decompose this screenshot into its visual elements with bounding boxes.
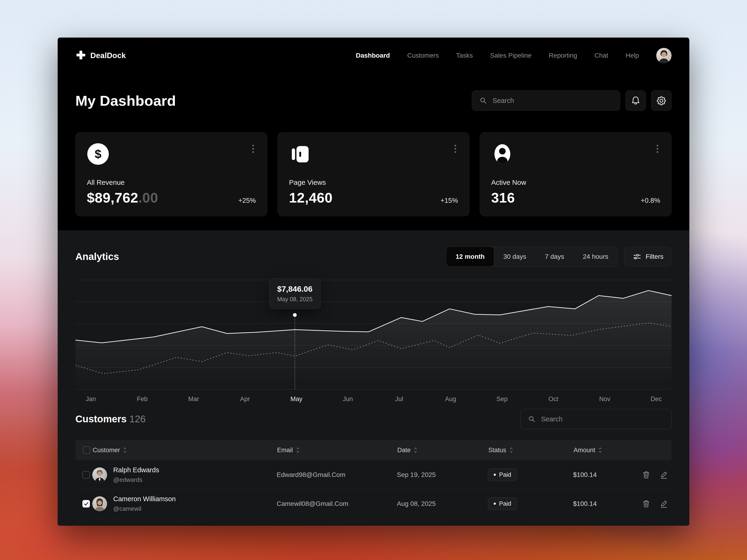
customer-amount: $100.14 [573, 471, 638, 479]
main-nav: Dashboard Customers Tasks Sales Pipeline… [356, 48, 672, 63]
settings-button[interactable] [651, 90, 672, 111]
line-chart[interactable] [75, 280, 672, 390]
lower-panel: Analytics 12 month 30 days 7 days 24 hou… [58, 230, 689, 526]
page-title: My Dashboard [75, 92, 176, 109]
card-menu-kebab-icon[interactable] [252, 148, 254, 150]
column-header-status[interactable]: Status [488, 447, 573, 454]
analytics-title: Analytics [75, 251, 119, 262]
table-row[interactable]: Ralph Edwards @edwards Edward98@Gmail.Co… [75, 460, 672, 489]
analytics-header: Analytics 12 month 30 days 7 days 24 hou… [75, 247, 672, 267]
x-tick-oct: Oct [548, 396, 558, 403]
row-checkbox[interactable] [82, 471, 90, 479]
customers-search [520, 409, 672, 429]
customer-email: Camewil08@Gmail.Com [277, 500, 397, 507]
chart-tooltip-dot [293, 313, 297, 317]
chart-tooltip-dashed-line [294, 318, 295, 390]
delete-icon[interactable] [642, 499, 651, 508]
tab-12-month[interactable]: 12 month [446, 247, 494, 266]
filters-label: Filters [646, 253, 664, 260]
stat-delta: +0.8% [641, 197, 660, 206]
svg-text:$: $ [95, 147, 102, 161]
tab-30-days[interactable]: 30 days [494, 247, 536, 266]
tab-7-days[interactable]: 7 days [536, 247, 573, 266]
search-icon [527, 415, 536, 424]
stat-card-page-views: Page Views 12,460 +15% [278, 132, 469, 216]
x-tick-jan: Jan [86, 396, 96, 403]
check-icon [84, 501, 88, 506]
analytics-chart[interactable]: $7,846.06 May 08, 2025 Jan Feb Mar Apr M… [75, 280, 672, 390]
edit-icon[interactable] [660, 471, 668, 479]
title-actions [472, 90, 672, 111]
card-menu-kebab-icon[interactable] [455, 148, 456, 150]
filters-button[interactable]: Filters [624, 247, 672, 266]
tab-24-hours[interactable]: 24 hours [573, 247, 618, 266]
stat-delta: +15% [440, 197, 458, 206]
nav-item-help[interactable]: Help [625, 52, 639, 59]
customer-date: Sep 19, 2025 [397, 471, 488, 479]
search-input[interactable] [493, 97, 614, 105]
tooltip-date: May 08, 2025 [277, 296, 313, 303]
stat-delta: +25% [238, 197, 256, 206]
stat-card-revenue: $ All Revenue $89,762.00 +25% [75, 132, 267, 216]
x-tick-nov: Nov [599, 396, 611, 403]
desktop-wallpaper: DealDock Dashboard Customers Tasks Sales… [0, 0, 747, 560]
row-checkbox[interactable] [82, 500, 90, 507]
table-row-partial[interactable] [75, 518, 672, 526]
filters-icon [632, 252, 642, 262]
sort-icon [123, 447, 127, 453]
nav-item-chat[interactable]: Chat [594, 52, 608, 59]
status-badge: Paid [488, 469, 517, 481]
table-header-row: Customer Email Date Status [75, 440, 672, 460]
customers-count: 126 [129, 414, 146, 424]
sort-icon [509, 447, 513, 453]
gear-icon [656, 96, 667, 106]
x-tick-dec: Dec [651, 396, 662, 403]
stat-value: $89,762.00 [87, 190, 158, 206]
customer-handle: @edwards [113, 476, 159, 483]
customer-name: Ralph Edwards [113, 466, 159, 474]
x-tick-jun: Jun [343, 396, 353, 403]
user-avatar-image [656, 48, 672, 63]
customers-search-input[interactable] [541, 415, 665, 423]
nav-item-sales-pipeline[interactable]: Sales Pipeline [490, 52, 531, 59]
customers-header: Customers 126 [75, 409, 672, 429]
x-tick-aug: Aug [445, 396, 456, 403]
column-header-date[interactable]: Date [397, 447, 488, 454]
top-navigation-bar: DealDock Dashboard Customers Tasks Sales… [58, 37, 689, 63]
page-views-icon [289, 143, 311, 165]
user-avatar[interactable] [656, 48, 672, 63]
customers-table: Customer Email Date Status [75, 440, 672, 526]
x-tick-feb: Feb [137, 396, 148, 403]
x-tick-sep: Sep [496, 396, 508, 403]
notifications-button[interactable] [625, 90, 646, 111]
column-header-amount[interactable]: Amount [573, 447, 639, 454]
user-icon [491, 143, 514, 165]
title-row: My Dashboard [58, 63, 689, 111]
nav-item-customers[interactable]: Customers [407, 52, 439, 59]
stat-label: Page Views [289, 179, 458, 186]
dollar-icon: $ [87, 143, 109, 165]
customers-title: Customers 126 [75, 414, 146, 425]
nav-item-reporting[interactable]: Reporting [549, 52, 577, 59]
nav-item-dashboard[interactable]: Dashboard [356, 52, 390, 59]
customer-email: Edward98@Gmail.Com [277, 471, 397, 479]
column-header-customer[interactable]: Customer [93, 447, 277, 454]
customer-avatar [92, 468, 107, 482]
customer-avatar [92, 496, 107, 511]
header-search [472, 90, 620, 111]
select-all-checkbox[interactable] [83, 446, 91, 454]
status-dot [494, 474, 496, 476]
customer-amount: $100.14 [573, 500, 638, 507]
status-badge: Paid [488, 498, 517, 510]
search-icon [479, 96, 488, 105]
stat-value: 316 [491, 190, 515, 206]
nav-item-tasks[interactable]: Tasks [456, 52, 473, 59]
table-row[interactable]: Cameron Williamson @camewil Camewil08@Gm… [75, 489, 672, 518]
delete-icon[interactable] [642, 471, 651, 479]
card-menu-kebab-icon[interactable] [656, 148, 658, 150]
brand-name: DealDock [91, 51, 126, 60]
stat-card-active-now: Active Now 316 +0.8% [480, 132, 672, 216]
brand-logo[interactable]: DealDock [75, 50, 126, 61]
edit-icon[interactable] [660, 499, 668, 508]
column-header-email[interactable]: Email [277, 447, 397, 454]
